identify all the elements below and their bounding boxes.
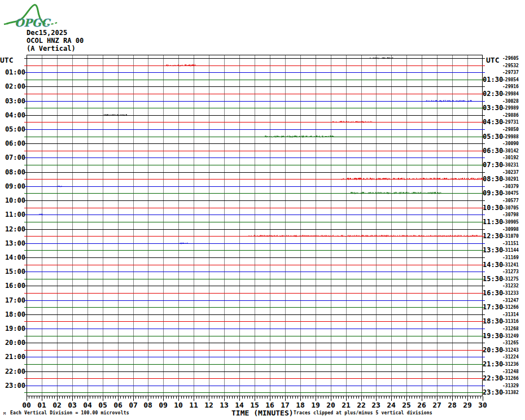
minute-label: 14	[231, 401, 247, 409]
trace-mean-count: -31241	[502, 262, 524, 268]
minute-label: 08	[140, 401, 156, 409]
left-hour-label: 21:00	[0, 353, 25, 361]
footer-clip-note: Traces clipped at plus/minus 5 vertical …	[294, 410, 432, 415]
left-hour-label: 05:00	[0, 125, 25, 133]
bottom-axis-title: TIME (MINUTES)	[231, 409, 294, 417]
seismic-event	[342, 178, 483, 180]
trace-mean-count: -29984	[502, 91, 524, 97]
minute-label: 04	[80, 401, 95, 409]
trace-mean-count: -31236	[502, 362, 524, 367]
trace-mean-count: -31382	[502, 390, 524, 395]
left-hour-label: 03:00	[0, 97, 25, 105]
left-hour-label: 11:00	[0, 211, 25, 218]
trace-mean-count: -31266	[502, 305, 524, 310]
minute-label: 02	[49, 401, 65, 409]
right-hour-label: 18:30	[483, 317, 505, 325]
left-hour-label: 10:00	[0, 196, 25, 204]
right-hour-label: 08:30	[483, 175, 505, 183]
minute-label: 06	[110, 401, 126, 409]
right-hour-label: 20:30	[483, 346, 505, 354]
minute-label: 30	[475, 401, 491, 409]
trace-mean-count: -30577	[502, 198, 524, 203]
trace-mean-count: -30231	[502, 163, 524, 168]
trace-mean-count: -30379	[502, 184, 524, 189]
left-hour-label: 14:00	[0, 253, 25, 261]
trace-mean-count: -31169	[502, 255, 524, 260]
minute-label: 29	[460, 401, 475, 409]
right-hour-label: 05:30	[483, 133, 505, 141]
trace-mean-count: -29988	[502, 134, 524, 139]
trace-mean-count: -29605	[502, 56, 524, 61]
trace-mean-count: -31329	[502, 383, 524, 388]
trace-mean-count: -30998	[502, 227, 524, 232]
trace-mean-count: -31249	[502, 334, 524, 339]
seismic-event	[426, 100, 471, 102]
seismic-event	[351, 192, 441, 194]
trace-mean-count: -31273	[502, 269, 524, 274]
right-hour-label: 12:30	[483, 232, 505, 240]
trace-mean-count: -31232	[502, 283, 524, 288]
right-hour-label: 09:30	[483, 189, 505, 197]
minute-label: 12	[201, 401, 217, 409]
trace-mean-count: -30291	[502, 177, 524, 182]
trace-mean-count: -30142	[502, 148, 524, 154]
trace-mean-count: -30798	[502, 212, 524, 217]
right-hour-label: 22:30	[483, 374, 505, 382]
right-hour-label: 07:30	[483, 161, 505, 169]
minute-label: 09	[155, 401, 171, 409]
minute-label: 03	[64, 401, 80, 409]
trace-mean-count: -30028	[502, 99, 524, 104]
left-hour-label: 16:00	[0, 282, 25, 290]
minute-label: 16	[262, 401, 278, 409]
trace-mean-count: -29532	[502, 63, 524, 68]
left-hour-label: 09:00	[0, 182, 25, 190]
trace-mean-count: -30090	[502, 141, 524, 146]
right-hour-label: 16:30	[483, 289, 505, 297]
right-hour-label: 15:30	[483, 275, 505, 283]
minute-label: 17	[277, 401, 293, 409]
minute-label: 22	[353, 401, 369, 409]
helicorder-page: OPGC Dec15,2025 OCOL HNZ RA 00 (A Vertic…	[0, 0, 525, 420]
minute-label: 01	[34, 401, 50, 409]
left-hour-label: 23:00	[0, 382, 25, 390]
left-hour-label: 17:00	[0, 296, 25, 304]
trace-mean-count: -30192	[502, 155, 524, 160]
minute-label: 26	[414, 401, 430, 409]
trace-mean-count: -31316	[502, 319, 524, 324]
seismic-event	[248, 235, 482, 237]
left-hour-label: 18:00	[0, 310, 25, 318]
minute-label: 10	[170, 401, 186, 409]
trace-mean-count: -30475	[502, 191, 524, 196]
minute-label: 28	[444, 401, 460, 409]
minute-label: 20	[323, 401, 339, 409]
minute-label: 11	[186, 401, 202, 409]
trace-mean-count: -29989	[502, 106, 524, 111]
left-hour-label: 19:00	[0, 325, 25, 333]
seismic-event	[104, 114, 126, 116]
trace-mean-count: -31268	[502, 326, 524, 331]
trace-mean-count: -30905	[502, 220, 524, 225]
trace-mean-count: -31314	[502, 312, 524, 317]
seismic-event	[265, 135, 334, 138]
right-hour-label: 21:30	[483, 360, 505, 368]
trace-mean-count: -29731	[502, 120, 524, 125]
right-hour-label: 02:30	[483, 90, 505, 98]
trace-mean-count: -29854	[502, 77, 524, 82]
minute-label: 19	[308, 401, 323, 409]
left-hour-label: 02:00	[0, 82, 25, 90]
right-hour-label: 10:30	[483, 204, 505, 212]
right-hour-label: 04:30	[483, 118, 505, 126]
trace-mean-count: -31275	[502, 277, 524, 282]
right-hour-label: 03:30	[483, 104, 505, 112]
left-hour-label: 13:00	[0, 239, 25, 247]
trace-mean-count: -31265	[502, 340, 524, 345]
trace-mean-count: -29850	[502, 127, 524, 132]
minute-label: 00	[19, 401, 34, 409]
left-hour-label: 01:00	[0, 68, 25, 76]
trace-mean-count: -31151	[502, 241, 524, 246]
trace-mean-count: -31224	[502, 355, 524, 360]
minute-label: 15	[247, 401, 262, 409]
seismic-event	[167, 64, 195, 67]
trace-mean-count: -29916	[502, 84, 524, 89]
trace-mean-count: -31248	[502, 369, 524, 374]
